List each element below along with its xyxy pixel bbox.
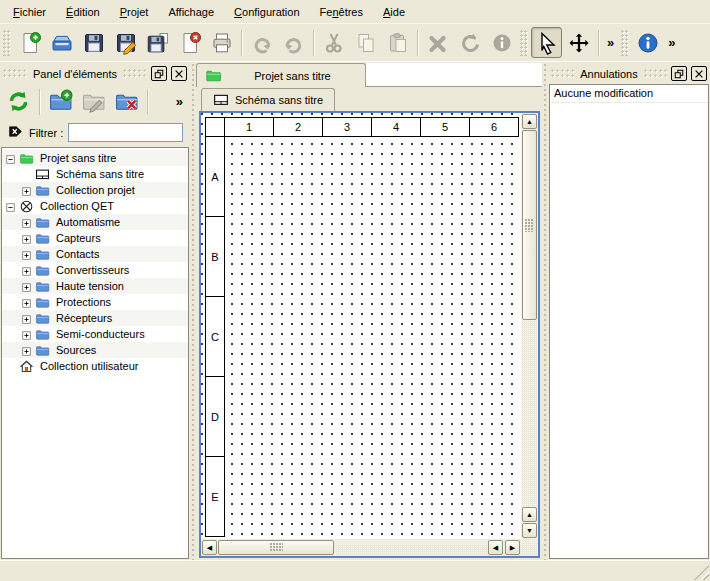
element-info-button[interactable] [486,27,517,58]
resize-grip[interactable] [694,565,709,580]
expand-icon[interactable] [22,186,31,195]
undo-list-item[interactable]: Aucune modification [550,85,708,103]
blue-folder-icon [35,183,50,198]
tree-item-collection-projet[interactable]: Collection projet [2,182,188,198]
tab-projet-sans-titre[interactable]: Projet sans titre [196,63,366,87]
rotate-button[interactable] [454,27,485,58]
select-tool-button[interactable] [531,27,562,58]
undo-button[interactable] [246,27,277,58]
scroll-up-button-2[interactable] [522,507,537,522]
tree-item-protections[interactable]: Protections [2,294,188,310]
horizontal-scrollbar[interactable] [201,539,521,556]
close-panel-button[interactable] [691,66,707,81]
info-blue-icon [636,31,660,55]
menu-projet[interactable]: Projet [111,2,158,22]
vertical-scrollbar[interactable] [521,113,538,539]
tree-item-projet-sans-titre[interactable]: Projet sans titre [2,150,188,166]
close-file-button[interactable] [174,27,205,58]
menu-aide[interactable]: Aide [374,2,414,22]
horizontal-scroll-thumb[interactable] [218,540,334,555]
vertical-scroll-thumb[interactable] [522,130,537,320]
delete-category-button[interactable] [111,86,142,117]
dock-handle[interactable] [644,69,667,78]
new-category-button[interactable] [45,86,76,117]
float-panel-button[interactable] [671,66,687,81]
qelectrotech-window: FichierÉditionProjetAffichageConfigurati… [0,0,710,581]
dock-handle[interactable] [551,69,574,78]
tree-item-automatisme[interactable]: Automatisme [2,214,188,230]
save-as-button[interactable] [110,27,141,58]
tree-item-schema-sans-titre[interactable]: Schéma sans titre [2,166,188,182]
menu-bar: FichierÉditionProjetAffichageConfigurati… [0,0,710,24]
reload-collections-button[interactable] [3,86,34,117]
expand-icon[interactable] [22,234,31,243]
expand-icon[interactable] [22,314,31,323]
clear-filter-button[interactable] [7,124,24,141]
save-button[interactable] [78,27,109,58]
expand-icon[interactable] [22,330,31,339]
filter-input[interactable] [68,123,183,142]
elements-panel-titlebar[interactable]: Panel d'éléments [0,63,190,84]
toolbar-handle[interactable] [621,30,629,56]
tab-schema-sans-titre[interactable]: Schéma sans titre [201,88,335,111]
collapse-icon[interactable] [6,202,15,211]
toolbar-separator [313,30,314,56]
close-panel-button[interactable] [171,66,187,81]
move-tool-button[interactable] [563,27,594,58]
expand-icon[interactable] [22,266,31,275]
save-as-icon [114,31,138,55]
toolbar-overflow-button[interactable]: » [603,35,618,50]
tree-item-collection-utilisateur[interactable]: Collection utilisateur [2,358,188,374]
expand-icon[interactable] [22,346,31,355]
tree-item-haute-tension[interactable]: Haute tension [2,278,188,294]
expand-icon[interactable] [22,282,31,291]
project-info-button[interactable] [632,27,663,58]
undo-list: Aucune modification [549,84,709,559]
menu-edition[interactable]: Édition [57,2,109,22]
tree-item-semi-conducteurs[interactable]: Semi-conducteurs [2,326,188,342]
save-all-button[interactable] [142,27,173,58]
expand-icon[interactable] [22,218,31,227]
menu-configuration[interactable]: Configuration [225,2,308,22]
float-panel-button[interactable] [151,66,167,81]
open-project-button[interactable] [46,27,77,58]
green-folder-icon [205,67,222,84]
delete-button[interactable] [422,27,453,58]
schema-view[interactable]: 123456 ABCDE [199,111,540,558]
copy-button[interactable] [350,27,381,58]
scroll-down-button[interactable] [522,523,537,538]
scroll-left-button-2[interactable] [488,540,503,555]
blue-folder-icon [35,295,50,310]
tree-item-contacts[interactable]: Contacts [2,246,188,262]
tree-item-recepteurs[interactable]: Récepteurs [2,310,188,326]
toolbar-overflow-button[interactable]: » [664,35,679,50]
tree-item-capteurs[interactable]: Capteurs [2,230,188,246]
schema-canvas[interactable]: 123456 ABCDE [201,113,521,539]
new-document-icon [18,31,42,55]
print-button[interactable] [206,27,237,58]
scroll-left-button[interactable] [202,540,217,555]
qet-collection-icon [19,199,34,214]
toolbar-handle[interactable] [520,30,528,56]
menu-fenetres[interactable]: Fenêtres [311,2,372,22]
dock-handle[interactable] [123,69,147,78]
expand-icon[interactable] [22,298,31,307]
toolbar-overflow-button[interactable]: » [172,94,187,109]
undo-panel-titlebar[interactable]: Annulations [548,63,710,84]
edit-category-button[interactable] [78,86,109,117]
redo-button[interactable] [278,27,309,58]
menu-affichage[interactable]: Affichage [159,2,223,22]
cut-button[interactable] [318,27,349,58]
paste-button[interactable] [382,27,413,58]
expand-icon[interactable] [22,250,31,259]
collapse-icon[interactable] [6,154,15,163]
menu-fichier[interactable]: Fichier [4,2,55,22]
toolbar-handle[interactable] [3,30,11,56]
dock-handle[interactable] [3,69,27,78]
tree-item-sources[interactable]: Sources [2,342,188,358]
scroll-up-button[interactable] [522,114,537,129]
tree-item-collection-qet[interactable]: Collection QET [2,198,188,214]
scroll-right-button[interactable] [505,540,520,555]
tree-item-convertisseurs[interactable]: Convertisseurs [2,262,188,278]
new-project-button[interactable] [14,27,45,58]
